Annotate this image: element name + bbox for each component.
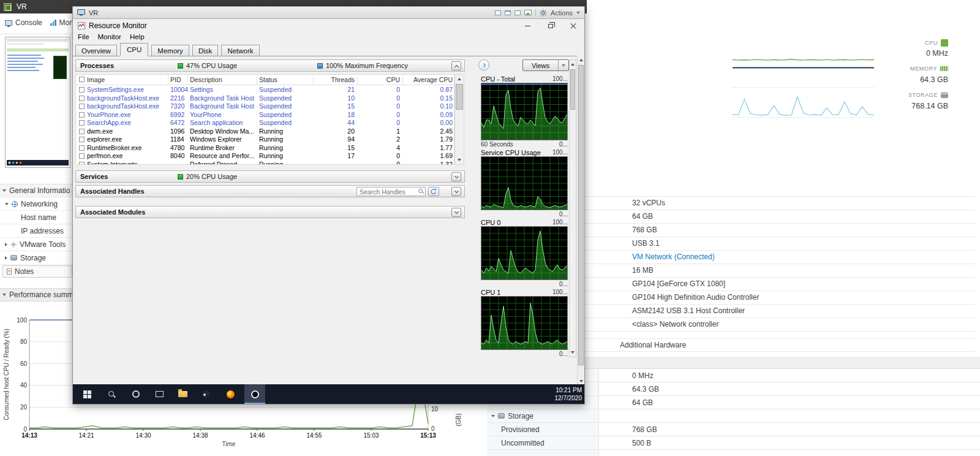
row-checkbox[interactable] <box>79 137 85 142</box>
restore-button[interactable] <box>539 19 562 32</box>
scroll-down-icon[interactable] <box>455 156 464 164</box>
steam-button[interactable] <box>195 384 216 404</box>
actions-button[interactable]: Actions <box>551 9 573 17</box>
scroll-up-icon[interactable] <box>455 75 464 83</box>
menu-help[interactable]: Help <box>130 32 149 42</box>
scrollbar-thumb[interactable] <box>578 65 584 365</box>
process-desc: Windows Explorer <box>190 135 258 144</box>
scroll-down-icon[interactable] <box>570 348 576 357</box>
minimize-button[interactable] <box>516 19 539 32</box>
modules-section-header[interactable]: Associated Modules <box>75 206 465 218</box>
expand-handles-button[interactable] <box>451 187 461 196</box>
select-all-checkbox[interactable] <box>79 77 85 82</box>
collapse-processes-button[interactable] <box>451 61 461 70</box>
close-button[interactable] <box>562 19 584 32</box>
screenshot-icon[interactable] <box>524 10 532 15</box>
cortana-button[interactable] <box>126 384 146 404</box>
process-row[interactable]: backgroundTaskHost.exe7320Background Tas… <box>76 102 454 111</box>
collapse-arrow-icon[interactable] <box>2 189 6 192</box>
process-row[interactable]: System Interrupts-Deferred Proced...Runn… <box>76 161 454 165</box>
menu-monitor[interactable]: Monitor <box>98 32 126 42</box>
row-checkbox[interactable] <box>79 104 85 109</box>
scrollbar-thumb[interactable] <box>570 69 575 110</box>
tab-memory[interactable]: Memory <box>151 45 189 56</box>
process-row[interactable]: SystemSettings.exe10004SettingsSuspended… <box>76 86 454 94</box>
window-maximize-icon[interactable] <box>505 10 511 15</box>
window-fullscreen-icon[interactable] <box>514 10 521 15</box>
tab-network[interactable]: Network <box>221 45 259 56</box>
sidebar-item-host-name[interactable]: Host name <box>0 211 72 224</box>
console-titlebar[interactable]: VR Actions <box>73 7 584 19</box>
sidebar-item-vmware-tools[interactable]: VMware Tools <box>0 238 72 251</box>
process-row[interactable]: YourPhone.exe6992YourPhoneSuspended1800.… <box>76 111 454 120</box>
taskbar-clock[interactable]: 10:21 PM 12/7/2020 <box>555 386 582 402</box>
sidebar-item-notes[interactable]: Notes <box>2 265 72 278</box>
row-checkbox[interactable] <box>79 129 85 134</box>
views-button[interactable]: Views <box>522 59 569 71</box>
process-row[interactable]: backgroundTaskHost.exe2216Background Tas… <box>76 94 454 103</box>
row-checkbox[interactable] <box>79 153 85 159</box>
process-row[interactable]: perfmon.exe8040Resource and Perfor...Run… <box>76 152 454 161</box>
tab-overview[interactable]: Overview <box>75 45 117 56</box>
views-dropdown-arrow[interactable] <box>558 60 568 70</box>
tab-disk[interactable]: Disk <box>192 45 218 56</box>
additional-hardware-row[interactable]: Additional Hardware <box>585 338 975 352</box>
row-checkbox[interactable] <box>79 87 85 93</box>
section-performance-summary[interactable]: Performance summ <box>0 288 72 302</box>
search-handles-input[interactable] <box>356 187 426 196</box>
row-checkbox[interactable] <box>79 162 85 165</box>
refresh-button[interactable] <box>428 187 439 196</box>
row-checkbox[interactable] <box>79 112 85 118</box>
expand-services-button[interactable] <box>451 172 461 181</box>
sidebar-item-storage[interactable]: Storage <box>0 251 72 265</box>
hardware-table: 32 vCPUs64 GB768 GBUSB 3.1VM Network (Co… <box>585 196 975 332</box>
search-button[interactable] <box>101 384 122 404</box>
file-explorer-button[interactable] <box>172 384 193 404</box>
handles-section-header[interactable]: Associated Handles <box>75 185 465 197</box>
processes-table-header[interactable]: Image PID Description Status Threads CPU… <box>76 75 454 85</box>
scroll-up-icon[interactable] <box>570 60 576 69</box>
rm-titlebar[interactable]: Resource Monitor <box>73 19 584 32</box>
start-button[interactable] <box>77 384 97 404</box>
row-checkbox[interactable] <box>79 120 85 126</box>
tab-cpu[interactable]: CPU <box>120 43 148 56</box>
hardware-value[interactable]: VM Network (Connected) <box>632 253 715 261</box>
section-general-information[interactable]: General Informatio <box>0 184 72 197</box>
expand-modules-button[interactable] <box>451 208 461 217</box>
process-row[interactable]: explorer.exe1184Windows ExplorerRunning9… <box>76 135 454 144</box>
console-scrollbar[interactable] <box>577 56 584 386</box>
scrollbar-thumb[interactable] <box>456 84 463 110</box>
expand-arrow-icon[interactable] <box>5 256 7 260</box>
row-checkbox[interactable] <box>79 145 85 151</box>
collapse-arrow-icon[interactable] <box>5 203 9 205</box>
collapse-arrow-icon[interactable] <box>491 415 495 417</box>
console-preview-thumbnail[interactable] <box>5 37 70 168</box>
graph-panel-scrollbar[interactable] <box>569 59 576 357</box>
process-threads: 10 <box>315 94 355 103</box>
panel-expand-button[interactable] <box>478 59 489 70</box>
sidebar-item-networking[interactable]: Networking <box>0 197 72 211</box>
firefox-button[interactable] <box>220 384 241 404</box>
resource-monitor-taskbar-button[interactable] <box>244 384 265 404</box>
process-row[interactable]: RuntimeBroker.exe4780Runtime BrokerRunni… <box>76 144 454 153</box>
row-checkbox[interactable] <box>79 96 85 101</box>
scroll-up-icon[interactable] <box>578 56 584 64</box>
sidebar-item-ip-addresses[interactable]: IP addresses <box>0 224 72 238</box>
process-row[interactable]: dwm.exe1096Desktop Window Ma...Running20… <box>76 127 454 136</box>
task-view-button[interactable] <box>149 384 170 404</box>
actions-gear-icon[interactable] <box>540 9 547 17</box>
processes-section-header[interactable]: Processes 47% CPU Usage 100% Maximum Fre… <box>75 59 465 72</box>
actions-caret-icon[interactable] <box>576 12 580 14</box>
expand-arrow-icon[interactable] <box>5 243 7 246</box>
thumbnail-taskbar <box>7 160 69 165</box>
tab-console[interactable]: Console <box>5 18 42 27</box>
process-row[interactable]: SearchApp.exe6472Search applicationSuspe… <box>76 119 454 127</box>
svg-text:(GB): (GB) <box>455 413 462 426</box>
services-section-header[interactable]: Services 20% CPU Usage <box>75 170 465 183</box>
process-cpu: 0 <box>361 86 400 94</box>
menu-file[interactable]: File <box>78 32 94 42</box>
collapse-arrow-icon[interactable] <box>2 294 6 296</box>
storage-group-row[interactable]: Storage <box>487 409 980 423</box>
process-table-scrollbar[interactable] <box>454 74 464 165</box>
window-float-icon[interactable] <box>495 10 501 15</box>
